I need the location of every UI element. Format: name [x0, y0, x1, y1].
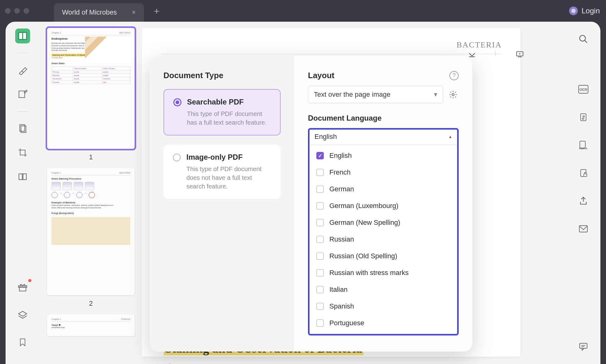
book-icon — [17, 31, 28, 41]
language-label: German (Luxembourg) — [329, 202, 399, 210]
dialog-left-pane: Document Type Searchable PDF This type o… — [150, 56, 294, 352]
language-checkbox[interactable] — [316, 219, 324, 226]
language-dropdown[interactable]: English ▲ EnglishFrenchGermanGerman (Lux… — [308, 128, 459, 335]
radio-searchable[interactable] — [173, 98, 181, 106]
language-option[interactable]: French — [310, 164, 457, 181]
language-option[interactable]: Russian with stress marks — [310, 264, 457, 281]
layout-help-button[interactable]: ? — [449, 71, 459, 80]
language-checkbox[interactable] — [316, 269, 324, 277]
page-number-1: 1 — [47, 153, 135, 161]
language-label: English — [329, 152, 352, 160]
note-tool-button[interactable] — [15, 87, 30, 102]
svg-point-23 — [452, 94, 454, 96]
chevron-down-icon: ▾ — [434, 91, 437, 99]
pdfa-button[interactable]: PDF/A — [576, 138, 591, 153]
svg-point-10 — [580, 35, 586, 41]
tab-bar: World of Microbes × ＋ — [54, 0, 167, 22]
pages-tool-button[interactable] — [15, 121, 30, 136]
convert-button[interactable] — [576, 110, 591, 125]
language-option[interactable]: Italian — [310, 281, 457, 298]
share-button[interactable] — [576, 193, 591, 208]
document-language-title: Document Language — [308, 114, 459, 122]
comment-button[interactable] — [576, 339, 591, 354]
layout-title: Layout — [308, 71, 334, 80]
language-option[interactable]: English — [310, 147, 457, 164]
document-lock-icon — [579, 168, 588, 178]
curved-arrow-icon — [167, 362, 185, 364]
page-header-right: BACTERIA — [457, 40, 502, 50]
search-icon — [578, 34, 588, 44]
language-checkbox[interactable] — [316, 185, 324, 193]
left-toolbar — [6, 22, 40, 364]
mail-button[interactable] — [576, 221, 591, 236]
compare-tool-button[interactable] — [15, 169, 30, 184]
language-checkbox[interactable] — [316, 252, 324, 260]
lock-document-button[interactable] — [576, 166, 591, 180]
close-tab-button[interactable]: × — [132, 8, 136, 16]
document-tab[interactable]: World of Microbes × — [54, 3, 144, 22]
gift-button[interactable] — [15, 280, 30, 295]
language-select-current[interactable]: English ▲ — [310, 130, 457, 145]
highlighter-icon — [18, 65, 28, 75]
language-checkbox[interactable] — [316, 236, 324, 243]
option-title-image-only: Image-only PDF — [186, 153, 271, 162]
top-toolbar: | — [468, 50, 525, 59]
page-thumbnail-1[interactable]: Chapter 1BACTERIA Endospores Endospores … — [47, 28, 135, 149]
language-checkbox[interactable] — [316, 169, 324, 176]
language-option[interactable]: Spanish — [310, 298, 457, 315]
language-option[interactable]: Russian (Old Spelling) — [310, 248, 457, 264]
login-button[interactable]: Login — [569, 7, 600, 15]
share-icon — [578, 196, 588, 206]
layout-settings-button[interactable] — [448, 89, 459, 100]
language-checkbox[interactable] — [316, 303, 324, 310]
page-thumbnail-3[interactable]: Chapter 1FUNGUS Yeast ✱ Unicellular fung… — [47, 314, 135, 336]
language-option[interactable]: German (Luxembourg) — [310, 198, 457, 214]
language-option[interactable]: German (New Spelling) — [310, 214, 457, 231]
crop-icon — [18, 148, 28, 158]
svg-text:OCR: OCR — [579, 88, 587, 91]
window-controls — [5, 8, 29, 14]
doc-type-searchable-pdf[interactable]: Searchable PDF This type of PDF document… — [163, 89, 281, 135]
triangle-up-icon: ▲ — [448, 135, 452, 139]
language-label: German — [329, 185, 354, 193]
language-label: German (New Spelling) — [329, 219, 400, 227]
language-option[interactable]: Portuguese — [310, 315, 457, 331]
tab-title: World of Microbes — [62, 8, 117, 16]
page-number-2: 2 — [47, 300, 135, 308]
language-checkbox[interactable] — [316, 152, 324, 159]
layers-icon — [18, 310, 28, 320]
highlighter-tool-button[interactable] — [15, 63, 30, 78]
ocr-button[interactable]: OCR — [576, 82, 591, 97]
language-checkbox[interactable] — [316, 286, 324, 293]
language-checkbox[interactable] — [316, 202, 324, 210]
gear-icon — [449, 90, 457, 99]
login-label: Login — [581, 7, 600, 15]
new-tab-button[interactable]: ＋ — [146, 5, 167, 17]
bookmark-button[interactable] — [15, 335, 30, 350]
language-label: Italian — [329, 286, 348, 294]
bookmark-icon — [18, 337, 27, 348]
svg-rect-19 — [579, 226, 587, 232]
close-window-button[interactable] — [5, 8, 11, 14]
layout-select[interactable]: Text over the page image ▾ — [308, 86, 443, 103]
page-thumbnail-2[interactable]: Chapter 1BACTERIA Gram Staining Procedur… — [47, 168, 135, 295]
radio-image-only[interactable] — [173, 153, 181, 162]
language-label: Portuguese — [329, 319, 364, 327]
crop-tool-button[interactable] — [15, 145, 30, 160]
language-option[interactable]: German — [310, 181, 457, 198]
language-label: Russian — [329, 235, 354, 243]
maximize-window-button[interactable] — [24, 8, 29, 14]
svg-line-11 — [585, 40, 587, 43]
minimize-window-button[interactable] — [14, 8, 20, 14]
doc-type-image-only-pdf[interactable]: Image-only PDF This type of PDF document… — [163, 145, 281, 199]
search-button[interactable] — [576, 32, 591, 47]
layers-button[interactable] — [15, 308, 30, 322]
convert-icon — [579, 112, 588, 122]
pdfa-icon: PDF/A — [577, 140, 589, 150]
language-option[interactable]: Russian — [310, 231, 457, 248]
pages-icon — [18, 123, 28, 133]
language-checkbox[interactable] — [316, 319, 324, 327]
option-desc-searchable: This type of PDF document has a full tex… — [187, 109, 271, 127]
reader-mode-button[interactable] — [15, 29, 30, 43]
presentation-icon[interactable] — [515, 50, 525, 59]
